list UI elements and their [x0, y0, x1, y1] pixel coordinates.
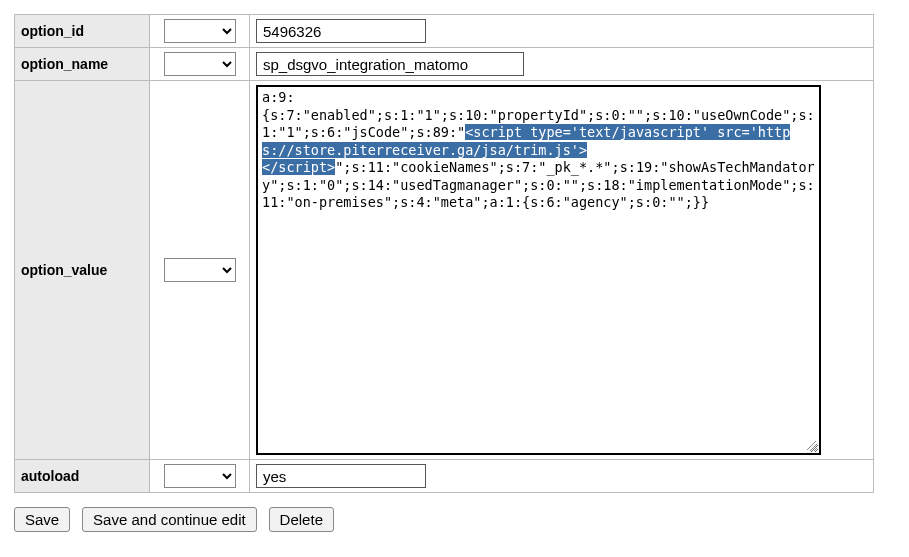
delete-button[interactable]: Delete — [269, 507, 334, 532]
filter-select-autoload[interactable] — [164, 464, 236, 488]
row-option-value: option_value a:9: {s:7:"enabled";s:1:"1"… — [15, 81, 874, 460]
save-continue-button[interactable]: Save and continue edit — [82, 507, 257, 532]
action-button-row: Save Save and continue edit Delete — [14, 507, 895, 532]
filter-select-option-id[interactable] — [164, 19, 236, 43]
save-button[interactable]: Save — [14, 507, 70, 532]
input-option-name[interactable] — [256, 52, 524, 76]
filter-select-option-value[interactable] — [164, 258, 236, 282]
option-value-post: ";s:11:"cookieNames";s:7:"_pk_*.*";s:19:… — [262, 159, 815, 210]
filter-select-option-name[interactable] — [164, 52, 236, 76]
label-option-id: option_id — [15, 15, 150, 48]
row-autoload: autoload — [15, 460, 874, 493]
label-autoload: autoload — [15, 460, 150, 493]
label-option-name: option_name — [15, 48, 150, 81]
textarea-option-value[interactable]: a:9: {s:7:"enabled";s:1:"1";s:10:"proper… — [256, 85, 821, 455]
row-option-id: option_id — [15, 15, 874, 48]
input-option-id[interactable] — [256, 19, 426, 43]
label-option-value: option_value — [15, 81, 150, 460]
option-edit-table: option_id option_name option_value a:9: … — [14, 14, 874, 493]
input-autoload[interactable] — [256, 464, 426, 488]
row-option-name: option_name — [15, 48, 874, 81]
